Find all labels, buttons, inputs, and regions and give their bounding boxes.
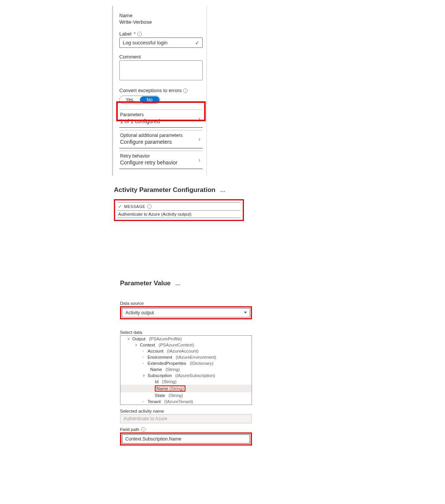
highlight-box: Activity output [120, 306, 252, 319]
info-icon[interactable]: i [141, 427, 146, 432]
comment-label: Comment [119, 54, 203, 60]
tree-node-state[interactable]: State (String) [120, 392, 252, 398]
tree-node-context[interactable]: ∨Context (PSAzureContext) [120, 342, 252, 348]
parameter-value-panel: Parameter Value … Data source Activity o… [120, 280, 252, 445]
info-icon[interactable]: i [137, 32, 142, 36]
selected-activity-input [120, 414, 252, 423]
tree-node-environment[interactable]: ›Environment (IAzureEnvironment) [120, 354, 252, 360]
chevron-right-icon: › [143, 355, 146, 359]
message-param-header[interactable]: ✓ MESSAGE i [117, 202, 240, 211]
tree-node-name[interactable]: Name (String) [120, 366, 252, 372]
chevron-right-icon: › [143, 349, 146, 353]
tree-node-account[interactable]: ›Account (IAzureAccount) [120, 348, 252, 354]
tree-node-subscription[interactable]: ∨Subscription (IAzureSubscription) [120, 372, 252, 379]
label-input[interactable] [119, 37, 203, 48]
field-path-label: Field path i [120, 427, 252, 432]
more-icon[interactable]: … [175, 280, 181, 286]
retry-behavior-nav[interactable]: Retry behavior Configure retry behavior … [119, 151, 203, 169]
select-data-label: Select data [120, 330, 252, 335]
tree-node-id[interactable]: Id (String) [120, 379, 252, 385]
highlight-box: ✓ MESSAGE i Authenticate to Azure (Activ… [114, 199, 244, 221]
chevron-down-icon: ∨ [135, 343, 139, 347]
activity-properties-panel: Name Write-Verbose Label* i ✓ Comment Co… [112, 6, 207, 176]
name-label: Name [119, 13, 203, 18]
chevron-right-icon: › [198, 136, 200, 142]
chevron-right-icon: › [143, 361, 146, 365]
info-icon[interactable]: i [147, 204, 152, 209]
tree-node-output[interactable]: ∨Output (PSAzureProfile) [120, 336, 252, 342]
required-star: * [134, 31, 136, 37]
data-source-label: Data source [120, 301, 252, 306]
chevron-right-icon: › [143, 400, 146, 403]
toggle-no[interactable]: No [140, 96, 159, 103]
chevron-down-icon: ∨ [143, 374, 146, 377]
convert-exceptions-toggle[interactable]: Yes No [119, 96, 160, 104]
chevron-down-icon: ∨ [127, 337, 131, 341]
chevron-right-icon: › [198, 115, 200, 122]
panel-title: Activity Parameter Configuration … [114, 186, 244, 194]
activity-parameter-config-panel: Activity Parameter Configuration … ✓ MES… [114, 186, 244, 221]
optional-params-nav[interactable]: Optional additional parameters Configure… [119, 130, 203, 148]
highlight-box: Name (String) [155, 385, 185, 392]
highlight-box [120, 432, 252, 445]
tree-node-tenant[interactable]: ›Tenant (IAzureTenant) [120, 398, 252, 405]
comment-input[interactable] [119, 60, 203, 80]
chevron-right-icon: › [198, 157, 200, 163]
data-tree: ∨Output (PSAzureProfile) ∨Context (PSAzu… [120, 335, 252, 405]
tree-node-sub-name[interactable]: Name (String) [120, 385, 252, 392]
selected-activity-label: Selected activity name [120, 409, 252, 413]
panel-title: Parameter Value … [120, 280, 252, 287]
tree-node-extprops[interactable]: ›ExtendedProperties (IDictionary) [120, 360, 252, 366]
convert-exceptions-label: Convert exceptions to errors i [119, 88, 203, 93]
message-param-value[interactable]: Authenticate to Azure (Activity output) [117, 211, 240, 218]
info-icon[interactable]: i [183, 88, 188, 93]
field-path-input[interactable] [122, 434, 250, 444]
more-icon[interactable]: … [220, 187, 226, 193]
toggle-yes[interactable]: Yes [120, 96, 140, 104]
label-label: Label* i [119, 31, 203, 37]
data-source-select[interactable]: Activity output [122, 308, 250, 317]
parameters-nav[interactable]: Parameters 1 of 1 configured › [119, 109, 203, 128]
name-value: Write-Verbose [119, 19, 203, 25]
check-icon: ✓ [118, 204, 122, 209]
check-icon: ✓ [195, 40, 200, 46]
